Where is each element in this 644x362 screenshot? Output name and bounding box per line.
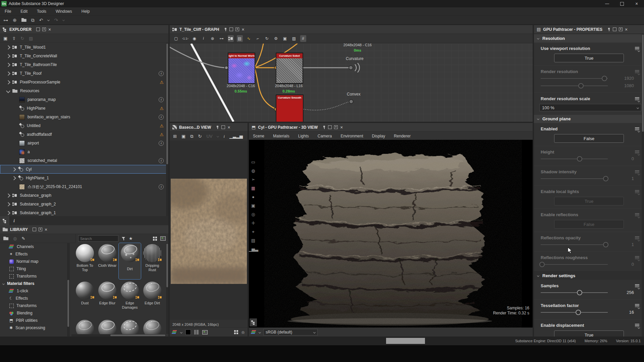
camera-icon[interactable]: ◎ — [251, 212, 255, 217]
preview-view-icon[interactable] — [160, 236, 166, 241]
category-item[interactable]: Normal map — [0, 258, 69, 265]
uv-overlay-label[interactable]: UV — [206, 134, 212, 138]
chevron-right-icon[interactable] — [6, 71, 10, 76]
menu-edit[interactable]: Edit — [16, 9, 32, 14]
float-panel-icon[interactable] — [221, 125, 225, 129]
float-panel-icon[interactable] — [229, 27, 233, 31]
roughness-slider[interactable] — [539, 262, 545, 267]
options-icon[interactable] — [635, 256, 639, 259]
asset-item[interactable]: Edge Dirt — [141, 281, 163, 305]
tools-icon[interactable]: ⚙ — [273, 35, 279, 42]
pin-icon[interactable] — [216, 126, 219, 129]
link-display-icon[interactable]: ⊶ — [219, 35, 225, 42]
tree-item[interactable]: Resources — [0, 86, 168, 95]
warning-badge[interactable] — [160, 124, 164, 128]
maximize-panel-icon[interactable] — [334, 125, 338, 129]
copy-image-icon[interactable]: ⧉ — [190, 134, 193, 138]
search-input[interactable] — [78, 235, 118, 242]
info-badge[interactable] — [159, 141, 164, 146]
tile-view-icon[interactable] — [234, 330, 238, 334]
menu-scene[interactable]: Scene — [253, 134, 264, 138]
stats-icon[interactable]: ▁▅▃ — [249, 247, 258, 251]
close-panel-icon[interactable] — [48, 27, 51, 32]
section-render-settings[interactable]: Render settings — [534, 271, 644, 280]
options-icon[interactable] — [635, 170, 639, 173]
recompute-icon[interactable]: ↻ — [264, 35, 270, 42]
category-item[interactable]: 1-click — [0, 287, 69, 295]
material-view-icon[interactable]: ▦ — [251, 186, 255, 190]
render-viewport[interactable]: ▭ ◍ ➣ ▦ ● ▣ ◎ ✛ ⌖ ▤ ▁▅▃ Samples: 16 Rend… — [249, 140, 533, 328]
scene-settings-icon[interactable]: ▣ — [251, 203, 255, 208]
wire-style-icon[interactable]: ∿ — [246, 35, 252, 42]
save-image-icon[interactable]: ▣ — [181, 134, 185, 138]
category-item[interactable]: ⬒PBR utilities — [0, 317, 69, 324]
menu-environment[interactable]: Environment — [340, 134, 363, 138]
scale-dropdown[interactable]: 100 % — [539, 104, 641, 111]
options-icon[interactable] — [635, 150, 639, 154]
options-icon[interactable] — [635, 304, 639, 307]
options-icon[interactable] — [635, 324, 639, 327]
viewport-resolution-toggle[interactable]: True — [554, 54, 624, 62]
menu-display[interactable]: Display — [372, 134, 385, 138]
category-item[interactable]: ✱Scan processing — [0, 324, 69, 331]
pin-icon[interactable] — [607, 28, 610, 31]
close-panel-icon[interactable] — [340, 125, 343, 130]
chevron-right-icon[interactable] — [12, 167, 16, 172]
tree-item[interactable]: PixelProcessorSample — [0, 78, 168, 86]
chevron-right-icon[interactable] — [6, 193, 10, 198]
section-ground-plane[interactable]: Ground plane — [534, 114, 644, 123]
tree-item[interactable]: T_Tile_BathroomTile — [0, 60, 168, 69]
info-badge[interactable] — [159, 115, 164, 120]
menu-windows[interactable]: Windows — [51, 9, 77, 14]
copy-icon[interactable]: ⧉ — [31, 18, 35, 22]
tree-item[interactable]: airport — [0, 139, 168, 147]
wire-route-icon[interactable]: ⌐ — [255, 35, 261, 42]
asset-item[interactable]: Bottom To Top — [74, 243, 96, 272]
assets-hscrollbar[interactable] — [71, 334, 166, 337]
chevron-right-icon[interactable] — [6, 45, 10, 50]
reflections-toggle[interactable]: False — [554, 220, 624, 229]
maximize-panel-icon[interactable] — [42, 27, 46, 31]
display-mode-icon[interactable] — [202, 330, 208, 335]
layers-icon[interactable]: ▤ — [251, 238, 255, 243]
filter-icon[interactable] — [122, 237, 125, 240]
display-icon[interactable]: ▭ — [251, 160, 255, 164]
close-panel-icon[interactable] — [241, 27, 244, 32]
maximize-panel-icon[interactable] — [619, 27, 623, 31]
open-icon[interactable] — [21, 18, 26, 22]
chevron-right-icon[interactable] — [6, 80, 10, 84]
select-icon[interactable]: ➣ — [252, 177, 255, 182]
tree-item[interactable]: Substance_graph_2 — [0, 200, 168, 208]
material-filters-header[interactable]: Material filters — [0, 280, 69, 287]
asset-item[interactable]: Dripping Rust — [141, 243, 163, 272]
close-panel-icon[interactable] — [227, 125, 230, 130]
assets-scrollbar[interactable] — [166, 243, 168, 334]
menu-renderer[interactable]: Renderer — [394, 134, 411, 138]
opacity-slider[interactable] — [603, 242, 608, 247]
layers-icon[interactable]: ▤ — [237, 35, 243, 42]
pin-icon[interactable] — [224, 28, 227, 31]
uv-chevron[interactable] — [217, 135, 219, 137]
maximize-button[interactable] — [614, 0, 629, 7]
warning-badge[interactable] — [160, 80, 164, 84]
category-item[interactable]: Blending — [0, 309, 69, 317]
tree-item[interactable]: 스크린샷_2025-08-21_224101 — [0, 182, 168, 191]
info-icon[interactable]: i — [201, 35, 207, 42]
warning-badge[interactable] — [160, 106, 164, 111]
graph-canvas[interactable]: Height to Normal World... Curvature Sobe… — [170, 44, 533, 122]
node-curvature-smooth[interactable]: Curvature Smooth — [276, 95, 304, 122]
tree-item[interactable]: a — [0, 147, 168, 156]
asset-item[interactable]: Dust — [74, 281, 96, 305]
float-panel-icon[interactable] — [33, 228, 36, 231]
stripes-swatch[interactable] — [194, 330, 199, 335]
tab-explorer-tree[interactable] — [0, 216, 9, 225]
menu-tools[interactable]: Tools — [32, 9, 51, 14]
chevron-right-icon[interactable] — [6, 202, 10, 206]
search-icon[interactable]: ⊕ — [210, 35, 216, 42]
displacement-toggle[interactable]: True — [554, 330, 624, 337]
chevron-right-icon[interactable] — [12, 176, 16, 180]
asset-item[interactable]: Edge Damages — [119, 281, 141, 310]
mannequin-icon[interactable]: ⍾ — [241, 330, 245, 335]
float-panel-icon[interactable] — [328, 125, 332, 129]
section-resolution[interactable]: Resolution — [534, 34, 644, 43]
